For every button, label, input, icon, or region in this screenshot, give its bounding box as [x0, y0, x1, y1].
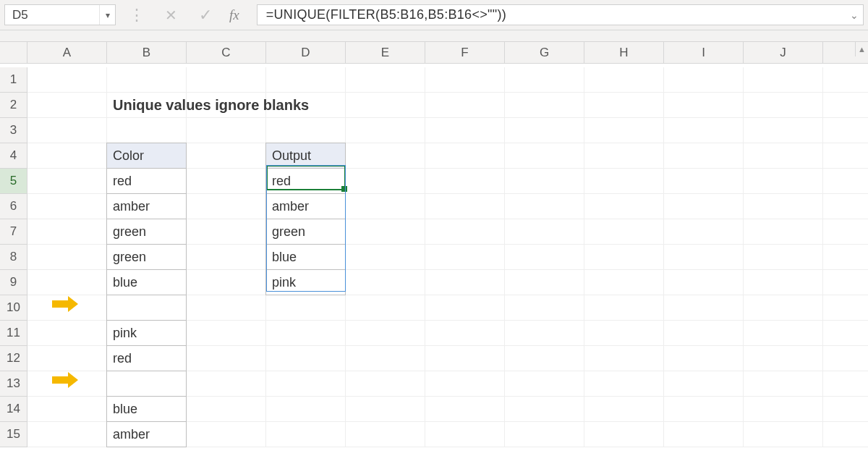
cell-G6[interactable]: [505, 194, 584, 219]
cell-A7[interactable]: [27, 219, 107, 245]
cell-J1[interactable]: [744, 67, 823, 93]
cell-F15[interactable]: [425, 422, 505, 447]
cell-D12[interactable]: [266, 346, 346, 371]
cell-D1[interactable]: [266, 67, 346, 93]
fx-label[interactable]: fx: [222, 0, 257, 30]
cell-C6[interactable]: [187, 194, 266, 219]
cell-H2[interactable]: [584, 93, 664, 118]
cell-I1[interactable]: [664, 67, 744, 93]
cell-F10[interactable]: [425, 295, 505, 321]
cell-G2[interactable]: [505, 93, 584, 118]
cell-G7[interactable]: [505, 219, 584, 245]
cell-E14[interactable]: [346, 397, 425, 422]
cell-J6[interactable]: [744, 194, 823, 219]
cell-I5[interactable]: [664, 169, 744, 194]
cell-F14[interactable]: [425, 397, 505, 422]
cell-H9[interactable]: [584, 270, 664, 295]
cell-H6[interactable]: [584, 194, 664, 219]
row-header-15[interactable]: 15: [0, 422, 27, 447]
cell-H12[interactable]: [584, 346, 664, 371]
cell-B8[interactable]: green: [106, 244, 187, 270]
cell-C11[interactable]: [187, 321, 266, 346]
cell-C1[interactable]: [187, 67, 266, 93]
cell-D9[interactable]: pink: [265, 269, 346, 295]
cell-B14[interactable]: blue: [106, 396, 187, 422]
cell-G1[interactable]: [505, 67, 584, 93]
cell-C4[interactable]: [187, 143, 266, 169]
cell-B6[interactable]: amber: [106, 193, 187, 219]
cell-I7[interactable]: [664, 219, 744, 245]
cell-I13[interactable]: [664, 371, 744, 397]
cell-B3[interactable]: [107, 118, 187, 143]
column-header-H[interactable]: H: [584, 42, 664, 64]
cell-H3[interactable]: [584, 118, 664, 143]
cell-I2[interactable]: [664, 93, 744, 118]
cell-F6[interactable]: [425, 194, 505, 219]
cell-G8[interactable]: [505, 245, 584, 270]
cell-D7[interactable]: green: [265, 219, 346, 245]
cell-I10[interactable]: [664, 295, 744, 321]
row-header-7[interactable]: 7: [0, 219, 27, 245]
cell-C8[interactable]: [187, 245, 266, 270]
cell-G5[interactable]: [505, 169, 584, 194]
cell-K13[interactable]: [823, 371, 868, 397]
cell-G12[interactable]: [505, 346, 584, 371]
cell-H15[interactable]: [584, 422, 664, 447]
name-box[interactable]: D5 ▾: [4, 4, 116, 25]
cell-E5[interactable]: [346, 169, 425, 194]
scroll-up-icon[interactable]: ▲: [855, 42, 868, 56]
cell-H4[interactable]: [584, 143, 664, 169]
cell-G9[interactable]: [505, 270, 584, 295]
cell-B5[interactable]: red: [106, 168, 187, 194]
cell-B9[interactable]: blue: [106, 269, 187, 295]
cell-F13[interactable]: [425, 371, 505, 397]
cell-H13[interactable]: [584, 371, 664, 397]
cell-K9[interactable]: [823, 270, 868, 295]
row-header-13[interactable]: 13: [0, 371, 27, 397]
cell-B12[interactable]: red: [106, 345, 187, 371]
cell-H7[interactable]: [584, 219, 664, 245]
cell-J5[interactable]: [744, 169, 823, 194]
cell-I4[interactable]: [664, 143, 744, 169]
cell-G15[interactable]: [505, 422, 584, 447]
cell-K4[interactable]: [823, 143, 868, 169]
cell-F8[interactable]: [425, 245, 505, 270]
row-header-14[interactable]: 14: [0, 397, 27, 422]
cell-E6[interactable]: [346, 194, 425, 219]
row-header-1[interactable]: 1: [0, 67, 27, 93]
cell-E13[interactable]: [346, 371, 425, 397]
cell-E7[interactable]: [346, 219, 425, 245]
cell-A3[interactable]: [27, 118, 107, 143]
cell-J3[interactable]: [744, 118, 823, 143]
cell-E1[interactable]: [346, 67, 425, 93]
cell-I11[interactable]: [664, 321, 744, 346]
row-header-6[interactable]: 6: [0, 194, 27, 219]
cell-E8[interactable]: [346, 245, 425, 270]
cell-K7[interactable]: [823, 219, 868, 245]
cell-A11[interactable]: [27, 321, 107, 346]
cell-E10[interactable]: [346, 295, 425, 321]
column-header-G[interactable]: G: [505, 42, 584, 64]
cell-A14[interactable]: [27, 397, 107, 422]
cell-J8[interactable]: [744, 245, 823, 270]
cell-K10[interactable]: [823, 295, 868, 321]
cell-F12[interactable]: [425, 346, 505, 371]
cell-I3[interactable]: [664, 118, 744, 143]
cell-F4[interactable]: [425, 143, 505, 169]
cell-C14[interactable]: [187, 397, 266, 422]
column-header-B[interactable]: B: [107, 42, 187, 64]
cell-A4[interactable]: [27, 143, 107, 169]
column-header-F[interactable]: F: [425, 42, 505, 64]
row-header-12[interactable]: 12: [0, 346, 27, 371]
cell-G4[interactable]: [505, 143, 584, 169]
cell-B7[interactable]: green: [106, 219, 187, 245]
cell-G10[interactable]: [505, 295, 584, 321]
name-box-dropdown-icon[interactable]: ▾: [99, 5, 115, 25]
cell-I9[interactable]: [664, 270, 744, 295]
cell-H1[interactable]: [584, 67, 664, 93]
cell-G14[interactable]: [505, 397, 584, 422]
cell-B10[interactable]: [106, 295, 187, 321]
cell-I6[interactable]: [664, 194, 744, 219]
row-header-3[interactable]: 3: [0, 118, 27, 143]
cell-K11[interactable]: [823, 321, 868, 346]
